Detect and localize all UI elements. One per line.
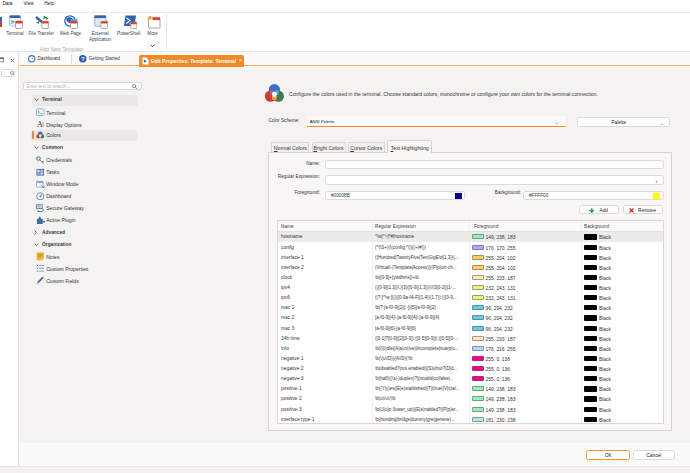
svg-text:?: ? xyxy=(81,56,85,62)
svg-text:A: A xyxy=(37,120,43,128)
